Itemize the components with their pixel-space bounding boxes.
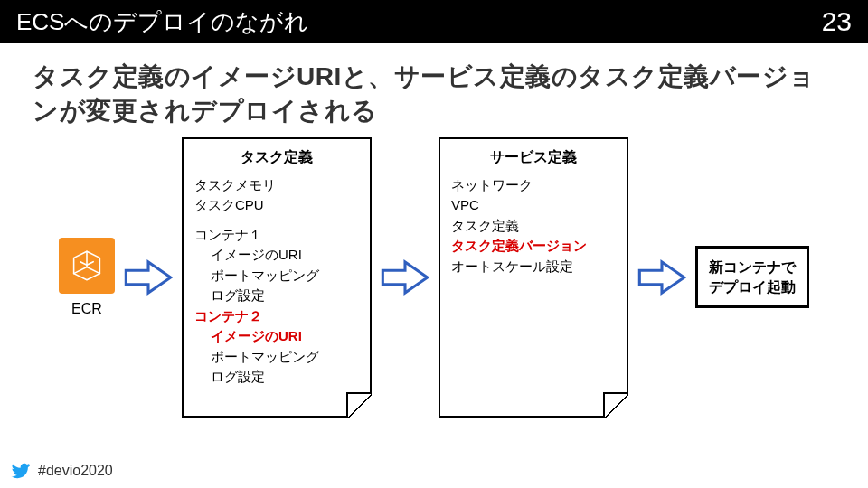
flow-diagram: ECR タスク定義 タスクメモリ タスクCPU コンテナ１ イメージのURI ポ… (0, 137, 868, 418)
taskdef-memory: タスクメモリ (194, 175, 359, 196)
servicedef-task: タスク定義 (451, 216, 616, 237)
taskdef-c1-log: ログ設定 (194, 286, 359, 306)
taskdef-title: タスク定義 (194, 146, 359, 168)
arrow-icon (381, 259, 429, 296)
taskdef-container1: コンテナ１ (194, 225, 359, 246)
servicedef-title: サービス定義 (451, 146, 616, 168)
result-line2: デプロイ起動 (709, 277, 796, 297)
slide-subheading: タスク定義のイメージURIと、サービス定義のタスク定義バージョンが変更されデプロ… (0, 43, 868, 137)
taskdef-c1-port: ポートマッピング (194, 266, 359, 286)
servicedef-vpc: VPC (451, 195, 616, 216)
taskdef-c2-log: ログ設定 (194, 367, 359, 388)
page-number: 23 (822, 6, 852, 37)
ecr-block: ECR (59, 238, 115, 317)
servicedef-task-version: タスク定義バージョン (451, 236, 616, 257)
slide-footer: #devio2020 (11, 461, 113, 481)
result-line1: 新コンテナで (709, 258, 796, 277)
taskdef-cpu: タスクCPU (194, 195, 359, 216)
slide-title: ECSへのデプロイのながれ (16, 6, 308, 38)
footer-hashtag: #devio2020 (38, 463, 113, 479)
twitter-icon (11, 461, 31, 481)
taskdef-container2: コンテナ２ (194, 306, 359, 327)
taskdef-c1-image-uri: イメージのURI (194, 245, 359, 266)
service-definition-document: サービス定義 ネットワーク VPC タスク定義 タスク定義バージョン オートスケ… (439, 137, 628, 418)
result-box: 新コンテナで デプロイ起動 (695, 246, 809, 308)
arrow-icon (124, 259, 173, 296)
arrow-icon (637, 259, 686, 296)
ecr-icon (59, 238, 115, 294)
task-definition-document: タスク定義 タスクメモリ タスクCPU コンテナ１ イメージのURI ポートマッ… (182, 137, 372, 418)
servicedef-autoscale: オートスケール設定 (451, 257, 616, 277)
servicedef-network: ネットワーク (451, 175, 616, 196)
slide-header: ECSへのデプロイのながれ 23 (0, 0, 868, 43)
taskdef-c2-image-uri: イメージのURI (194, 326, 359, 347)
ecr-label: ECR (71, 301, 102, 317)
taskdef-c2-port: ポートマッピング (194, 347, 359, 368)
